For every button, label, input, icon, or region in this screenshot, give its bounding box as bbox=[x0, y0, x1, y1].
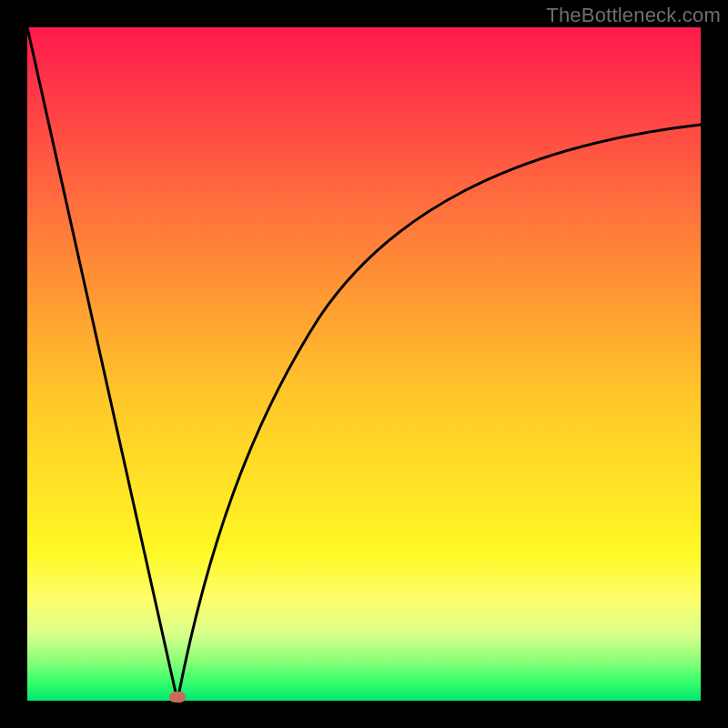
watermark-text: TheBottleneck.com bbox=[546, 4, 721, 27]
minimum-marker bbox=[169, 692, 186, 703]
plot-area bbox=[27, 27, 701, 701]
right-branch-path bbox=[177, 125, 701, 701]
left-branch-path bbox=[27, 27, 177, 701]
curve-svg bbox=[27, 27, 701, 701]
